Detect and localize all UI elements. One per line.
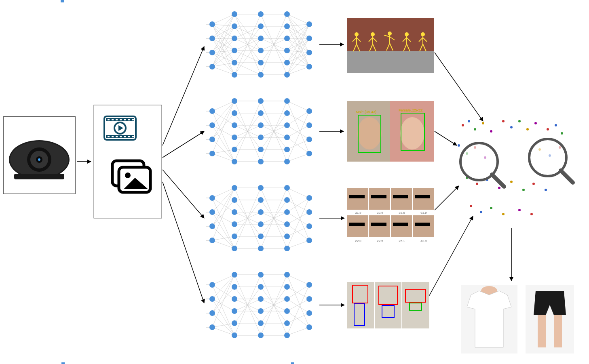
svg-rect-255 — [410, 303, 422, 310]
svg-point-262 — [510, 126, 513, 128]
svg-line-242 — [420, 44, 423, 51]
svg-line-71 — [234, 38, 261, 75]
svg-point-279 — [498, 187, 500, 189]
images-icon — [112, 161, 150, 192]
face-label-female: Female,(25-32) — [399, 108, 424, 112]
svg-line-34 — [212, 24, 234, 63]
svg-line-50 — [212, 38, 234, 67]
svg-point-113 — [232, 23, 237, 29]
svg-line-35 — [212, 24, 234, 75]
svg-line-46 — [212, 53, 234, 63]
svg-point-246 — [357, 117, 382, 149]
svg-line-104 — [287, 24, 309, 75]
svg-point-258 — [474, 128, 476, 130]
svg-line-30 — [212, 14, 234, 24]
svg-line-223 — [373, 38, 377, 42]
age-b1: 22.5 — [370, 239, 390, 243]
svg-rect-12 — [108, 119, 110, 120]
svg-line-217 — [357, 38, 361, 42]
svg-rect-25 — [132, 136, 134, 137]
tshirt-icon — [461, 285, 517, 353]
svg-line-234 — [403, 38, 407, 42]
svg-line-241 — [423, 38, 427, 42]
magnifier-icon-left — [460, 143, 504, 187]
svg-rect-19 — [108, 136, 110, 137]
svg-point-117 — [232, 72, 237, 78]
svg-point-108 — [209, 21, 215, 27]
magnifier-icon-right — [529, 139, 573, 183]
svg-point-126 — [284, 36, 290, 41]
svg-point-281 — [522, 189, 525, 191]
age-b0: 22.0 — [348, 239, 368, 243]
age-b2: 25.1 — [392, 239, 412, 243]
svg-line-105 — [287, 38, 309, 75]
svg-point-277 — [476, 183, 478, 185]
output-clothing-image — [347, 282, 429, 328]
svg-point-122 — [258, 60, 264, 65]
svg-line-100 — [287, 24, 309, 63]
age-t2: 35.6 — [392, 211, 412, 215]
svg-line-243 — [423, 44, 426, 51]
svg-point-260 — [490, 130, 492, 133]
svg-line-31 — [212, 24, 234, 26]
svg-rect-27 — [119, 167, 150, 192]
video-icon — [104, 116, 136, 140]
neural-net-1 — [206, 4, 315, 85]
svg-rect-18 — [132, 119, 134, 120]
svg-line-240 — [419, 38, 423, 42]
svg-point-120 — [258, 36, 264, 41]
svg-rect-250 — [353, 285, 368, 303]
svg-rect-251 — [354, 304, 365, 326]
svg-line-70 — [234, 63, 261, 75]
svg-line-88 — [287, 24, 309, 26]
svg-point-268 — [561, 132, 563, 135]
svg-line-107 — [287, 67, 309, 75]
neural-net-4 — [206, 265, 315, 345]
canvas-handle-br — [61, 362, 65, 364]
svg-point-220 — [371, 33, 374, 36]
svg-point-287 — [502, 213, 505, 215]
svg-marker-29 — [124, 178, 148, 189]
svg-line-103 — [287, 63, 309, 67]
svg-point-131 — [306, 36, 312, 41]
svg-point-125 — [284, 23, 290, 29]
svg-point-256 — [462, 124, 464, 126]
svg-point-132 — [306, 50, 312, 55]
arrow-to-net4 — [163, 182, 204, 303]
neural-net-2 — [206, 91, 315, 172]
svg-point-124 — [284, 11, 290, 17]
svg-marker-11 — [118, 125, 123, 131]
svg-point-129 — [284, 72, 290, 78]
svg-point-267 — [555, 124, 557, 126]
svg-point-265 — [534, 122, 537, 124]
svg-line-236 — [403, 44, 407, 51]
svg-rect-16 — [124, 119, 126, 120]
svg-line-291 — [492, 175, 504, 187]
svg-point-286 — [490, 207, 492, 209]
svg-rect-13 — [112, 119, 114, 120]
svg-point-112 — [232, 11, 237, 17]
recommended-items — [457, 283, 578, 356]
svg-point-130 — [306, 21, 312, 27]
svg-line-95 — [287, 38, 309, 67]
svg-point-285 — [480, 211, 482, 213]
svg-point-280 — [510, 181, 513, 183]
svg-point-288 — [518, 209, 521, 211]
svg-line-237 — [407, 44, 410, 51]
svg-point-238 — [421, 33, 424, 36]
age-t0: 31.5 — [348, 211, 368, 215]
media-box — [94, 105, 162, 218]
svg-line-225 — [373, 44, 376, 51]
canvas-handle-left — [61, 0, 64, 2]
svg-line-98 — [287, 50, 309, 53]
svg-point-128 — [284, 60, 290, 65]
svg-point-109 — [209, 36, 215, 41]
svg-line-228 — [384, 35, 390, 37]
svg-rect-252 — [379, 286, 397, 305]
svg-line-219 — [357, 44, 360, 51]
svg-point-257 — [468, 120, 470, 122]
svg-line-41 — [212, 38, 234, 75]
svg-point-118 — [258, 11, 264, 17]
shorts-icon — [526, 285, 574, 353]
svg-rect-17 — [128, 119, 130, 120]
